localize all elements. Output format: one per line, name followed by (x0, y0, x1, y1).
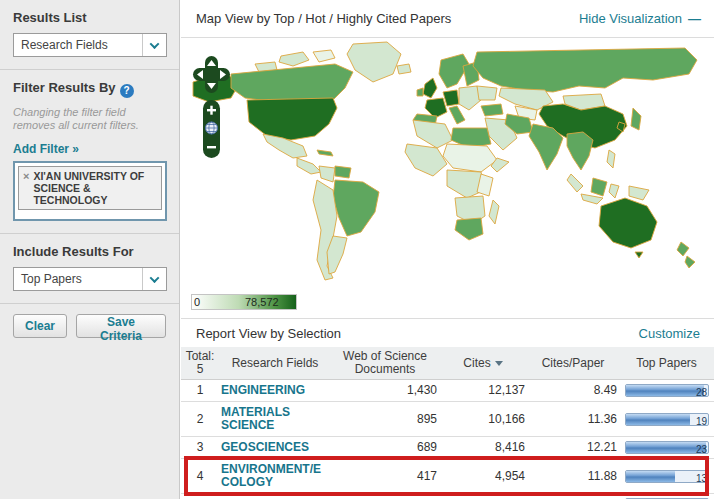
map-area (181, 38, 714, 291)
research-field-link[interactable]: GEOSCIENCES (221, 441, 329, 454)
top-papers-bar: 28 (625, 384, 709, 397)
country-russia (473, 48, 697, 92)
table-row: 0 ALL FIELDS 4,875 48,650 9.98 112 (181, 494, 714, 499)
remove-filter-icon[interactable]: × (23, 170, 29, 206)
documents-value: 1,430 (331, 380, 439, 402)
cites-value: 48,650 (439, 494, 527, 499)
sidebar: Results List Research Fields Filter Resu… (0, 0, 180, 499)
main-panel: Map View by Top / Hot / Highly Cited Pap… (181, 0, 714, 499)
top-papers-value: 28 (696, 386, 707, 397)
country-new-zealand (685, 256, 695, 268)
table-row: 2 MATERIALS SCIENCE 895 10,166 11.36 19 (181, 402, 714, 437)
country-caribbean (317, 150, 333, 156)
cites-value: 8,416 (439, 437, 527, 459)
country-arctic-islands (279, 52, 309, 66)
world-map[interactable] (185, 40, 711, 288)
collapse-minus-icon: — (688, 11, 700, 26)
sort-descending-icon (495, 361, 503, 366)
legend-min-value: 0 (194, 296, 200, 308)
map-legend: 0 78,572 (181, 291, 714, 318)
documents-value: 895 (331, 402, 439, 437)
research-field-link[interactable]: MATERIALS SCIENCE (221, 406, 329, 432)
column-header-documents[interactable]: Web of Science Documents (331, 347, 439, 380)
filter-results-by-label: Filter Results By? (13, 80, 166, 98)
chevron-down-icon (142, 34, 166, 56)
country-arctic-islands (313, 50, 335, 62)
country-uk (423, 78, 437, 98)
legend-max-value: 78,572 (245, 296, 279, 308)
top-papers-value: 13 (696, 472, 707, 483)
cites-per-paper-value: 9.98 (527, 494, 619, 499)
map-view-title: Map View by Top / Hot / Highly Cited Pap… (196, 11, 451, 26)
country-iceland (397, 64, 411, 74)
research-field-link[interactable]: ENVIRONMENT/ECOLOGY (221, 463, 329, 489)
cites-per-paper-value: 12.21 (527, 437, 619, 459)
country-australia (599, 198, 657, 248)
results-list-selected-value: Research Fields (21, 38, 108, 52)
cites-per-paper-value: 8.49 (527, 380, 619, 402)
column-header-research-fields[interactable]: Research Fields (219, 347, 331, 380)
country-sumatra (567, 174, 583, 192)
row-rank: 0 (181, 494, 219, 499)
country-new-guinea (629, 186, 649, 200)
map-view-header: Map View by Top / Hot / Highly Cited Pap… (181, 0, 714, 38)
map-navigation-control (191, 54, 233, 166)
filter-tag-label: XI'AN UNIVERSITY OF SCIENCE & TECHNOLOGY (33, 170, 157, 206)
row-rank: 1 (181, 380, 219, 402)
include-results-dropdown[interactable]: Top Papers (13, 267, 167, 291)
documents-value: 4,875 (331, 494, 439, 499)
report-table: Total: 5 Research Fields Web of Science … (181, 347, 714, 499)
country-central-america (297, 158, 321, 174)
country-sudan-sahel (443, 144, 497, 172)
country-ireland (417, 88, 423, 96)
column-header-cites-sorted[interactable]: Cites (439, 347, 527, 380)
row-rank: 4 (181, 459, 219, 494)
research-field-link[interactable]: ENGINEERING (221, 384, 329, 397)
country-brazil (333, 180, 379, 236)
cites-per-paper-value: 11.36 (527, 402, 619, 437)
country-borneo (591, 178, 607, 196)
top-papers-value: 23 (696, 443, 707, 454)
cites-per-paper-value: 11.88 (527, 459, 619, 494)
country-colombia (319, 166, 335, 182)
results-list-dropdown[interactable]: Research Fields (13, 33, 167, 57)
column-header-top-papers[interactable]: Top Papers (619, 347, 714, 380)
cites-value: 10,166 (439, 402, 527, 437)
customize-link[interactable]: Customize (639, 326, 700, 341)
column-header-total: Total: 5 (181, 347, 219, 380)
country-sulawesi (609, 184, 619, 198)
documents-value: 417 (331, 459, 439, 494)
country-germany (443, 90, 459, 106)
chevron-down-icon (142, 268, 166, 290)
top-papers-value: 19 (696, 415, 707, 426)
clear-button[interactable]: Clear (13, 314, 67, 338)
cites-value: 4,954 (439, 459, 527, 494)
filter-tag: × XI'AN UNIVERSITY OF SCIENCE & TECHNOLO… (18, 166, 162, 210)
active-filters-box: × XI'AN UNIVERSITY OF SCIENCE & TECHNOLO… (13, 161, 167, 221)
top-papers-bar: 19 (625, 413, 709, 426)
include-results-label: Include Results For (13, 244, 166, 259)
country-greenland (347, 42, 401, 82)
country-turkey (481, 104, 503, 116)
row-rank: 2 (181, 402, 219, 437)
save-criteria-button[interactable]: Save Criteria (76, 314, 166, 338)
table-row: 3 GEOSCIENCES 689 8,416 12.21 23 (181, 437, 714, 459)
country-japan (631, 108, 641, 130)
zoom-out-icon[interactable] (207, 146, 216, 148)
top-papers-bar: 13 (625, 470, 709, 483)
add-filter-link[interactable]: Add Filter » (13, 142, 79, 156)
filter-note: Changing the filter field removes all cu… (13, 106, 166, 132)
help-icon[interactable]: ? (120, 84, 134, 98)
country-venezuela (335, 166, 351, 178)
hide-visualization-link[interactable]: Hide Visualization— (579, 11, 700, 26)
country-madagascar (489, 200, 499, 224)
globe-reset-icon[interactable] (206, 122, 218, 134)
table-row-highlighted: 4 ENVIRONMENT/ECOLOGY 417 4,954 11.88 13 (181, 459, 714, 494)
country-java (581, 194, 603, 204)
country-west-africa (405, 144, 447, 176)
cites-value: 12,137 (439, 380, 527, 402)
column-header-cites-per-paper[interactable]: Cites/Paper (527, 347, 619, 380)
table-header-row: Total: 5 Research Fields Web of Science … (181, 347, 714, 380)
country-ukraine (477, 86, 497, 100)
results-list-label: Results List (13, 10, 166, 25)
